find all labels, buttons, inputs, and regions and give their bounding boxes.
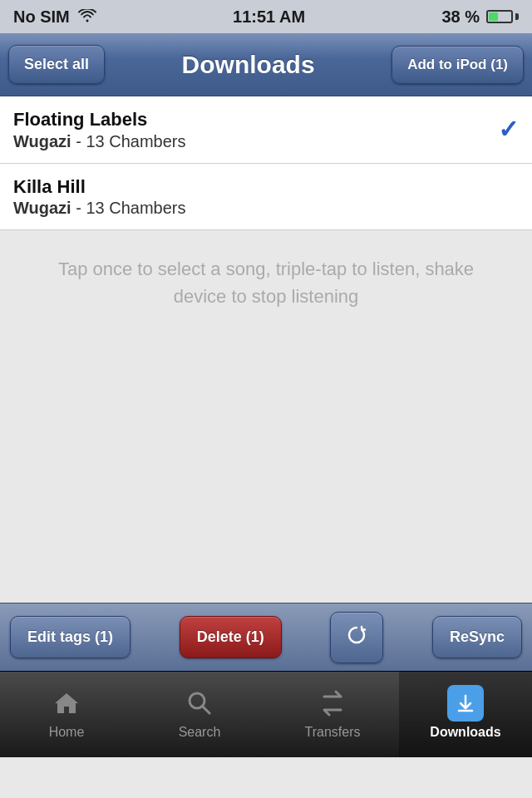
checkmark-1: ✓ bbox=[498, 115, 519, 144]
battery-icon bbox=[486, 10, 519, 23]
song-item-2[interactable]: Killa Hill Wugazi - 13 Chambers bbox=[0, 164, 532, 231]
song-title-2: Killa Hill bbox=[13, 175, 185, 200]
nav-title: Downloads bbox=[182, 51, 315, 79]
delete-button[interactable]: Delete (1) bbox=[180, 616, 282, 658]
song-subtitle-1: Wugazi - 13 Chambers bbox=[13, 132, 185, 151]
song-info-1: Floating Labels Wugazi - 13 Chambers bbox=[13, 108, 185, 151]
song-subtitle-2: Wugazi - 13 Chambers bbox=[13, 199, 185, 218]
tab-downloads[interactable]: Downloads bbox=[399, 672, 532, 757]
tab-transfers-label: Transfers bbox=[305, 725, 361, 740]
edit-tags-button[interactable]: Edit tags (1) bbox=[10, 616, 131, 658]
content-area: Tap once to select a song, triple-tap to… bbox=[0, 230, 532, 603]
search-icon bbox=[181, 685, 218, 722]
hint-text: Tap once to select a song, triple-tap to… bbox=[33, 255, 499, 310]
song-item-1[interactable]: Floating Labels Wugazi - 13 Chambers ✓ bbox=[0, 96, 532, 164]
hint-area: Tap once to select a song, triple-tap to… bbox=[0, 230, 532, 603]
refresh-button[interactable] bbox=[330, 612, 383, 663]
select-all-button[interactable]: Select all bbox=[8, 45, 105, 84]
add-to-ipod-button[interactable]: Add to iPod (1) bbox=[392, 46, 524, 84]
resync-button[interactable]: ReSync bbox=[432, 616, 522, 658]
battery-pct: 38 % bbox=[441, 7, 480, 27]
tab-bar: Home Search Transfers bbox=[0, 671, 532, 757]
status-bar: No SIM 11:51 AM 38 % bbox=[0, 0, 532, 33]
svg-line-1 bbox=[203, 706, 210, 713]
tab-search-label: Search bbox=[179, 725, 221, 740]
song-info-2: Killa Hill Wugazi - 13 Chambers bbox=[13, 175, 185, 219]
tab-home-label: Home bbox=[49, 725, 85, 740]
carrier-label: No SIM bbox=[13, 7, 70, 27]
action-bar: Edit tags (1) Delete (1) ReSync bbox=[0, 603, 532, 671]
transfers-icon bbox=[314, 685, 351, 722]
tab-home[interactable]: Home bbox=[0, 672, 133, 757]
home-icon bbox=[48, 685, 85, 722]
downloads-icon bbox=[447, 685, 484, 722]
wifi-icon bbox=[78, 7, 96, 27]
tab-downloads-label: Downloads bbox=[430, 725, 500, 740]
song-list: Floating Labels Wugazi - 13 Chambers ✓ K… bbox=[0, 96, 532, 230]
tab-search[interactable]: Search bbox=[133, 672, 266, 757]
song-title-1: Floating Labels bbox=[13, 108, 185, 132]
clock: 11:51 AM bbox=[233, 7, 305, 27]
nav-bar: Select all Downloads Add to iPod (1) bbox=[0, 33, 532, 96]
tab-transfers[interactable]: Transfers bbox=[266, 672, 399, 757]
